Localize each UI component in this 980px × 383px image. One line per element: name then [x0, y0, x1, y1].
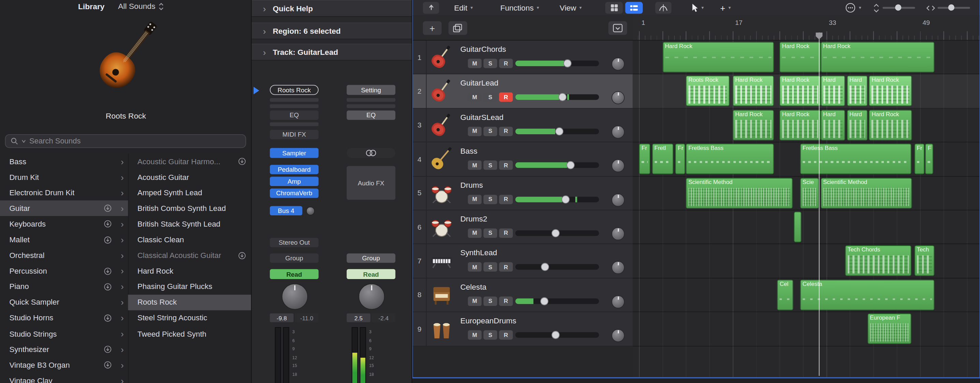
midi-region[interactable]: Tech Chords	[845, 246, 911, 277]
track-header-config-button[interactable]	[608, 21, 627, 35]
category-drum-kit[interactable]: Drum Kit ›	[0, 169, 128, 185]
midi-region[interactable]: Fr	[914, 144, 924, 175]
record-enable-button[interactable]: R	[499, 296, 513, 306]
midi-region[interactable]: Hard	[847, 76, 867, 106]
track-name[interactable]: EuropeanDrums	[460, 316, 516, 326]
mute-button[interactable]: M	[468, 330, 482, 339]
track-name[interactable]: GuitarChords	[460, 45, 506, 54]
volume-slider-handle[interactable]	[558, 93, 567, 102]
category-vintage-b3-organ[interactable]: Vintage B3 Organ ›	[0, 357, 128, 373]
category-piano[interactable]: Piano ›	[0, 279, 128, 295]
volume-slider-handle[interactable]	[555, 127, 563, 135]
lane-guitarlead[interactable]: Roots Rock Hard Rock Hard Rock Hard Hard…	[633, 75, 980, 109]
patch-classic-clean[interactable]: Classic Clean	[128, 232, 251, 248]
record-enable-button[interactable]: R	[499, 330, 513, 339]
midi-region[interactable]: Tech	[914, 246, 935, 277]
volume-slider[interactable]	[515, 195, 599, 203]
pan-knob[interactable]	[358, 283, 385, 310]
midi-region[interactable]: Scientific Method	[686, 178, 792, 208]
empty-slot[interactable]	[347, 104, 396, 108]
track-header-europeandrums[interactable]: 9 EuropeanDrums M S R	[413, 312, 633, 346]
eq-slot[interactable]: EQ	[347, 110, 396, 119]
midi-region[interactable]	[794, 211, 801, 242]
midi-region[interactable]: Hard Rock	[780, 76, 821, 106]
solo-button[interactable]: S	[484, 161, 497, 170]
send-slot[interactable]: Bus 4	[270, 206, 315, 215]
lane-celesta[interactable]: Cel Celesta	[633, 278, 980, 313]
patch-british-combo-synth-lead[interactable]: British Combo Synth Lead	[128, 201, 251, 216]
stereo-format-button[interactable]	[347, 148, 396, 158]
pan-knob[interactable]	[611, 227, 624, 240]
empty-slot[interactable]	[270, 122, 318, 126]
record-enable-button[interactable]: R	[499, 93, 513, 102]
lane-bass[interactable]: Fr Fretl Fr Fretless Bass Fretless Bass …	[633, 142, 980, 176]
library-filter-dropdown[interactable]: All Sounds	[118, 2, 163, 11]
search-sounds-field[interactable]: Search Sounds	[5, 134, 246, 148]
flex-tool-button[interactable]	[655, 2, 672, 14]
midi-region[interactable]: Scientific Method	[821, 178, 912, 208]
mute-button[interactable]: M	[468, 228, 482, 237]
track-name[interactable]: SynthLead	[460, 249, 497, 257]
solo-button[interactable]: S	[484, 127, 497, 136]
category-studio-strings[interactable]: Studio Strings ›	[0, 326, 128, 342]
midi-region[interactable]: Hard Rock	[869, 76, 912, 106]
horizontal-zoom-slider[interactable]	[938, 7, 970, 8]
track-header-synthlead[interactable]: 7 SynthLead M S R	[413, 244, 633, 278]
track-header-drums2[interactable]: 6 Drums2 M S R	[413, 210, 633, 244]
volume-slider-handle[interactable]	[567, 161, 575, 169]
send-level-knob[interactable]	[306, 207, 315, 215]
midi-region[interactable]: Fretless Bass	[800, 144, 911, 175]
record-enable-button[interactable]: R	[499, 195, 513, 204]
track-header-guitarslead[interactable]: 3 GuitarSLead M S R	[413, 108, 633, 142]
edit-menu[interactable]: Edit▾	[454, 0, 473, 16]
setting-button[interactable]: Setting	[347, 85, 396, 95]
patch-phasing-guitar-plucks[interactable]: Phasing Guitar Plucks	[128, 279, 251, 295]
patch-setting-button[interactable]: Roots Rock	[270, 85, 318, 95]
category-synthesizer[interactable]: Synthesizer ›	[0, 342, 128, 357]
horizontal-zoom-knob[interactable]	[948, 5, 955, 11]
track-name[interactable]: GuitarSLead	[460, 113, 503, 122]
lane-drums[interactable]: Scientific Method Scie Scientific Method	[633, 176, 980, 211]
category-keyboards[interactable]: Keyboards ›	[0, 216, 128, 232]
output-slot[interactable]: Stereo Out	[270, 238, 318, 247]
track-header-celesta[interactable]: 8 Celesta M S R	[413, 278, 633, 313]
secondary-tool-menu[interactable]: + ▾	[720, 0, 731, 16]
category-mallet[interactable]: Mallet ›	[0, 232, 128, 248]
volume-slider[interactable]	[515, 263, 599, 271]
group-slot[interactable]: Group	[347, 254, 396, 263]
category-electronic-drum-kit[interactable]: Electronic Drum Kit ›	[0, 185, 128, 201]
pan-knob[interactable]	[611, 159, 624, 172]
category-quick-sampler[interactable]: Quick Sampler ›	[0, 295, 128, 310]
patch-british-stack-synth-lead[interactable]: British Stack Synth Lead	[128, 216, 251, 232]
vertical-zoom-slider[interactable]	[883, 7, 915, 8]
track-header-guitarchords[interactable]: 1 GuitarChords M S R	[413, 41, 633, 75]
pan-knob[interactable]	[611, 261, 624, 274]
midi-region[interactable]: Hard Rock	[663, 42, 774, 73]
bar-ruler[interactable]: 1173349	[633, 16, 980, 40]
volume-slider[interactable]	[515, 59, 599, 67]
lane-drums2[interactable]	[633, 210, 980, 244]
midi-region[interactable]: Hard Rock	[733, 76, 774, 106]
midi-region[interactable]: Hard Rock	[780, 110, 821, 140]
mute-button[interactable]: M	[468, 161, 482, 170]
quick-help-disclosure[interactable]: › Quick Help	[251, 0, 412, 17]
category-bass[interactable]: Bass ›	[0, 154, 128, 169]
volume-slider[interactable]	[515, 297, 599, 305]
track-name[interactable]: Drums	[460, 181, 483, 190]
mute-button[interactable]: M	[468, 127, 482, 136]
midi-region[interactable]: Scie	[800, 178, 819, 208]
instrument-slot[interactable]: Sampler	[270, 148, 318, 158]
midi-region[interactable]: Hard	[821, 76, 845, 106]
patch-hard-rock[interactable]: Hard Rock	[128, 264, 251, 279]
automation-mode-button[interactable]: Read	[347, 269, 396, 279]
track-name[interactable]: GuitarLead	[460, 79, 498, 88]
patch-classical-acoustic-guitar[interactable]: Classical Acoustic Guitar	[128, 248, 251, 264]
record-enable-button[interactable]: R	[499, 262, 513, 272]
mute-button[interactable]: M	[468, 262, 482, 272]
volume-slider-handle[interactable]	[552, 331, 560, 339]
functions-menu[interactable]: Functions▾	[500, 0, 539, 16]
audio-fx-area[interactable]: Audio FX	[347, 166, 396, 200]
track-name[interactable]: Bass	[460, 147, 477, 156]
grid-view-button[interactable]	[605, 2, 623, 14]
patch-amped-synth-lead[interactable]: Amped Synth Lead	[128, 185, 251, 201]
